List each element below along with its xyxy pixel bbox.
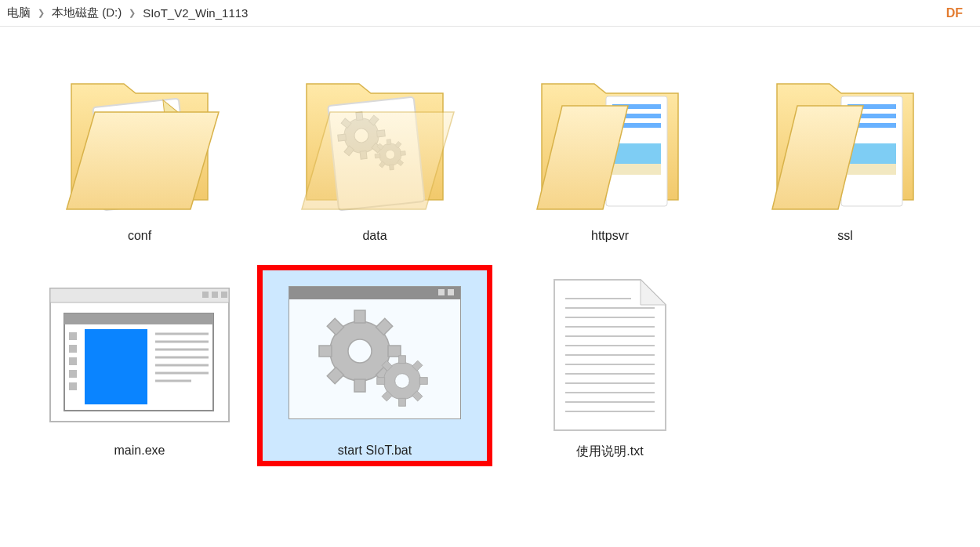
svg-rect-40 (289, 287, 460, 299)
item-readme-txt[interactable]: 使用说明.txt (492, 265, 728, 466)
svg-rect-42 (448, 289, 454, 295)
df-badge: DF (946, 6, 974, 20)
folder-icon (516, 58, 704, 223)
item-label: start SIoT.bat (338, 444, 412, 458)
item-ssl[interactable]: ssl (728, 50, 963, 249)
breadcrumb-crumb-drive[interactable]: 本地磁盘 (D:) (51, 5, 122, 20)
svg-rect-26 (85, 329, 147, 404)
svg-rect-21 (202, 292, 209, 298)
chevron-right-icon: ❯ (31, 8, 51, 18)
breadcrumb: 电脑 ❯ 本地磁盘 (D:) ❯ SIoT_V2_Win_1113 DF (0, 0, 980, 27)
svg-rect-28 (69, 345, 77, 353)
svg-rect-23 (221, 292, 227, 298)
svg-rect-29 (69, 357, 77, 365)
svg-point-45 (348, 339, 372, 363)
breadcrumb-crumb-computer[interactable]: 电脑 (6, 5, 31, 20)
item-label: ssl (837, 229, 853, 243)
folder-icon (45, 58, 234, 223)
svg-rect-18 (848, 164, 896, 175)
chevron-right-icon: ❯ (122, 8, 142, 18)
breadcrumb-crumb-folder[interactable]: SIoT_V2_Win_1113 (142, 6, 249, 20)
item-label: conf (128, 229, 151, 243)
item-start-siot-bat[interactable]: start SIoT.bat (257, 265, 492, 466)
folder-icon (281, 58, 469, 223)
svg-rect-30 (69, 370, 77, 378)
item-conf[interactable]: conf (22, 50, 257, 249)
svg-rect-20 (50, 288, 229, 302)
text-file-icon (516, 273, 704, 437)
svg-rect-25 (64, 313, 213, 324)
svg-rect-31 (69, 382, 77, 390)
svg-rect-27 (69, 332, 77, 340)
item-label: main.exe (114, 444, 165, 458)
svg-point-48 (395, 374, 410, 389)
item-label: httpsvr (591, 229, 629, 243)
svg-rect-41 (438, 289, 445, 295)
item-label: 使用说明.txt (576, 444, 643, 460)
item-data[interactable]: data (257, 50, 492, 249)
exe-icon (45, 273, 234, 437)
svg-rect-12 (612, 164, 661, 175)
item-main-exe[interactable]: main.exe (22, 265, 257, 466)
item-httpsvr[interactable]: httpsvr (492, 50, 728, 249)
item-label: data (362, 229, 387, 243)
folder-icon (751, 58, 939, 223)
svg-rect-46 (354, 310, 365, 323)
svg-rect-22 (212, 292, 218, 298)
file-grid: conf (0, 27, 980, 482)
bat-icon (281, 273, 469, 437)
